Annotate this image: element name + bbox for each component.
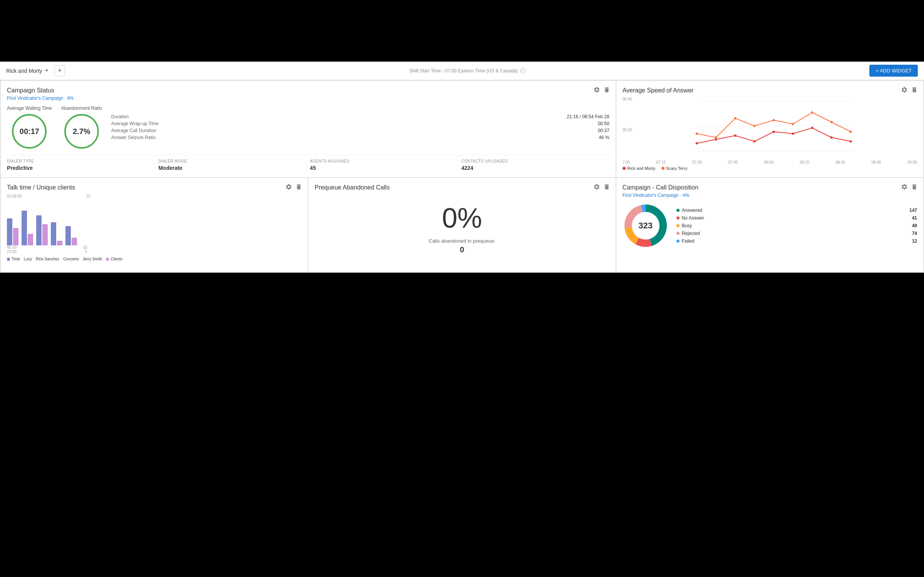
bar-group-rick xyxy=(22,211,33,245)
dashboard-name: Rick and Morty xyxy=(6,68,42,74)
prequeue-actions xyxy=(593,183,610,190)
bar-rick-blue xyxy=(22,211,27,245)
failed-dot xyxy=(676,240,680,243)
bar-lucy-blue xyxy=(7,218,12,245)
bar-chart-area: 01:09:00 15 xyxy=(7,194,301,254)
legend-rick-sanchez: Rick Sanchez xyxy=(36,257,59,261)
stat-call-duration-value: 00:37 xyxy=(598,128,609,133)
legend-dot-red xyxy=(623,167,626,170)
y-low-label: 23:00 5 xyxy=(7,250,301,254)
bar-group-concerto xyxy=(36,215,48,245)
rejected-label: Rejected xyxy=(682,231,700,236)
talk-time-widget: Talk time / Unique clients 01:09:00 15 xyxy=(1,178,308,272)
legend-clients: Clients xyxy=(106,257,122,261)
svg-point-13 xyxy=(715,136,717,139)
footer-contacts-uploaded: CONTACTS UPLOADED 4224 xyxy=(458,159,609,171)
avg-waiting-label: Average Waiting Time xyxy=(7,106,52,111)
y-label-mid: 00:20 xyxy=(623,128,632,132)
gear-icon[interactable] xyxy=(285,183,292,190)
avg-speed-widget: Average Speed of Answer 00:40 00:20 xyxy=(616,81,923,177)
trash-icon[interactable] xyxy=(911,183,918,190)
shift-text: Shift Start Time - 07:00 Eastern Time (U… xyxy=(409,68,517,74)
legend-label-rick-morty: Rick and Morty xyxy=(627,166,655,171)
info-icon[interactable]: i xyxy=(520,68,526,74)
prequeue-count: 0 xyxy=(460,245,464,254)
bar-group-jerry xyxy=(51,222,62,245)
y-label-top: 00:40 xyxy=(623,97,632,101)
chart-legend: Rick and Morty Scary Terry xyxy=(623,166,917,171)
busy-value: 49 xyxy=(912,223,917,228)
svg-point-17 xyxy=(792,123,794,125)
add-tab-button[interactable]: + xyxy=(54,65,65,76)
disposition-content: 323 Answered 147 No Answer xyxy=(623,203,917,249)
svg-point-12 xyxy=(695,133,698,135)
disp-row-answered: Answered 147 xyxy=(676,206,917,214)
x-axis-labels: 7:00 07:15 07:30 07:45 08:00 08:15 08:30… xyxy=(623,160,917,164)
call-disposition-actions xyxy=(901,183,918,190)
prequeue-percent: 0% xyxy=(442,204,482,232)
gear-icon[interactable] xyxy=(901,183,908,190)
rejected-dot xyxy=(676,232,680,235)
stat-wrapup-value: 00:50 xyxy=(598,121,609,126)
add-widget-button[interactable]: + ADD WIDGET xyxy=(869,65,918,77)
stat-row-seizure: Answer Seizure Ratio 46 % xyxy=(111,134,609,141)
legend-rick-morty: Rick and Morty xyxy=(623,166,655,171)
footer-agents-value: 45 xyxy=(310,165,455,171)
trash-icon[interactable] xyxy=(911,86,918,93)
noanswer-value: 41 xyxy=(912,215,917,221)
gear-icon[interactable] xyxy=(593,86,600,93)
stat-row-duration: Duration 21:16 / 08:54 Feb 28 xyxy=(111,113,609,120)
main-grid: Campaign Status First Vindicator's Campa… xyxy=(0,80,924,273)
trash-icon[interactable] xyxy=(603,86,610,93)
disp-row-rejected: Rejected 74 xyxy=(676,230,917,237)
shift-info: Shift Start Time - 07:00 Eastern Time (U… xyxy=(65,68,869,74)
stat-call-duration-label: Average Call Duration xyxy=(111,128,156,133)
talk-time-title: Talk time / Unique clients xyxy=(7,184,301,191)
svg-point-10 xyxy=(830,136,832,139)
legend-time-label: Time xyxy=(12,257,20,261)
svg-point-3 xyxy=(695,142,698,144)
bar-rick-purple xyxy=(28,234,33,245)
abandonment-label: Abandonment Ratio xyxy=(61,106,102,111)
prequeue-title: Prequeue Abandoned Calls xyxy=(315,184,609,191)
gear-icon[interactable] xyxy=(901,86,908,93)
footer-contacts-value: 4224 xyxy=(461,165,606,171)
legend-clients-label: Clients xyxy=(110,257,122,261)
chevron-down-icon[interactable] xyxy=(45,70,48,72)
abandonment-value: 2.7% xyxy=(64,114,99,149)
campaign-widget-actions xyxy=(593,86,610,93)
legend-lucy: Lucy xyxy=(24,257,32,261)
svg-point-11 xyxy=(849,140,852,143)
legend-time: Time xyxy=(7,257,20,261)
legend-label-scary-terry: Scary Terry xyxy=(666,166,687,171)
gear-icon[interactable] xyxy=(593,183,600,190)
prequeue-widget: Prequeue Abandoned Calls 0% Calls abando… xyxy=(308,178,615,272)
svg-point-18 xyxy=(811,111,813,114)
answered-dot xyxy=(676,209,680,212)
busy-label: Busy xyxy=(682,223,692,228)
campaign-status-widget: Campaign Status First Vindicator's Campa… xyxy=(1,81,616,177)
avg-speed-chart: 00:40 00:20 xyxy=(623,97,917,159)
svg-point-9 xyxy=(811,127,813,129)
legend-scary-terry: Scary Terry xyxy=(661,166,687,171)
footer-contacts-label: CONTACTS UPLOADED xyxy=(461,159,606,163)
disposition-legend: Answered 147 No Answer 41 xyxy=(676,206,917,245)
footer-dialer-mode-value: Moderate xyxy=(158,165,303,171)
dashboard-selector: Rick and Morty + xyxy=(6,65,65,76)
prequeue-subtitle: Calls abandoned in prequeue: xyxy=(429,238,495,244)
call-disposition-title: Campaign - Call Disposition xyxy=(623,184,917,191)
trash-icon[interactable] xyxy=(295,183,302,190)
clients-dot xyxy=(106,258,109,261)
trash-icon[interactable] xyxy=(603,183,610,190)
time-dot xyxy=(7,258,10,261)
footer-dialer-type-value: Predictive xyxy=(7,165,152,171)
abandonment-metric: Abandonment Ratio 2.7% xyxy=(61,106,102,149)
call-disposition-widget: Campaign - Call Disposition First Vindic… xyxy=(616,178,923,272)
bar-concerto-purple xyxy=(42,224,48,245)
bar-concerto-blue xyxy=(36,215,42,245)
legend-dot-orange xyxy=(661,167,665,170)
avg-waiting-value: 00:17 xyxy=(12,114,47,149)
bar-groups xyxy=(7,199,301,245)
campaign-status-subtitle: First Vindicator's Campaign · 4% xyxy=(7,96,609,101)
bar-jerry-purple xyxy=(57,241,62,245)
